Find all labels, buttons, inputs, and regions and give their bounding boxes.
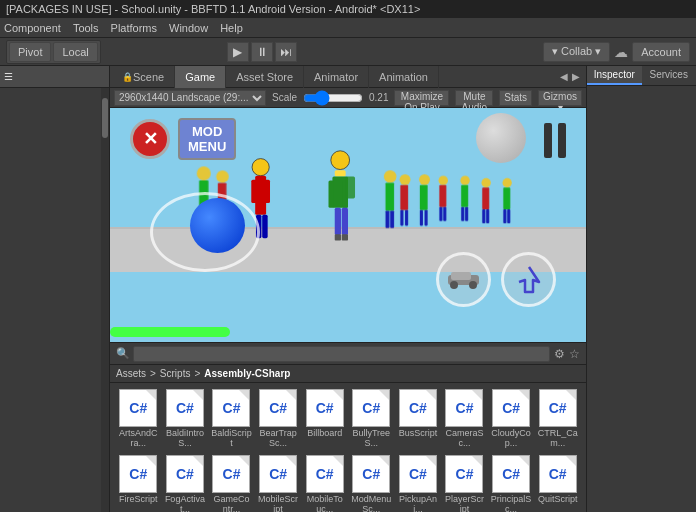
file-item[interactable]: C# CloudyCop...	[489, 387, 534, 451]
svg-rect-39	[443, 207, 446, 221]
tabs-next-icon[interactable]: ▶	[572, 71, 580, 82]
local-button[interactable]: Local	[53, 42, 97, 62]
tab-animation[interactable]: Animation	[369, 66, 439, 88]
search-input[interactable]	[133, 346, 550, 362]
maximize-on-play-btn[interactable]: Maximize On Play	[394, 90, 449, 106]
tabs-prev-icon[interactable]: ◀	[560, 71, 568, 82]
inspector-content	[587, 86, 696, 512]
gizmos-btn[interactable]: Gizmos ▾	[538, 90, 582, 106]
star-icon[interactable]: ☆	[569, 347, 580, 361]
file-item[interactable]: C# QuitScript	[535, 453, 580, 512]
inspector-panel: Inspector Services	[586, 66, 696, 512]
file-item[interactable]: C# BaldiScript	[209, 387, 254, 451]
settings-icon[interactable]: ⚙	[554, 347, 565, 361]
file-icon: C#	[259, 455, 297, 493]
tab-scene[interactable]: 🔒 Scene	[112, 66, 175, 88]
file-icon: C#	[399, 389, 437, 427]
game-ui-buttons	[436, 252, 556, 307]
file-label: BaldiScript	[211, 429, 252, 449]
file-item[interactable]: C# BaldiIntroS...	[163, 387, 208, 451]
search-icon: 🔍	[116, 347, 130, 360]
tab-asset-store[interactable]: Asset Store	[226, 66, 304, 88]
file-icon: C#	[399, 455, 437, 493]
svg-rect-9	[346, 177, 355, 199]
tab-game[interactable]: Game	[175, 66, 226, 88]
csharp-label: C#	[223, 400, 241, 416]
file-icon: C#	[166, 389, 204, 427]
file-icon: C#	[119, 455, 157, 493]
progress-bar	[110, 327, 230, 337]
svg-rect-30	[400, 210, 403, 226]
file-item[interactable]: C# FireScript	[116, 453, 161, 512]
step-button[interactable]: ⏭	[275, 42, 297, 62]
svg-rect-47	[486, 209, 489, 223]
pause-button[interactable]: ⏸	[251, 42, 273, 62]
file-item[interactable]: C# BearTrapSc...	[256, 387, 301, 451]
svg-rect-51	[507, 209, 510, 223]
file-item[interactable]: C# FogActivat...	[163, 453, 208, 512]
right-panel-tabs: Inspector Services	[587, 66, 696, 86]
file-item[interactable]: C# PrincipalSc...	[489, 453, 534, 512]
file-icon: C#	[166, 455, 204, 493]
file-label: CloudyCop...	[491, 429, 532, 449]
svg-point-55	[469, 281, 477, 289]
svg-rect-35	[424, 210, 427, 226]
breadcrumb-sep2: >	[194, 368, 200, 379]
play-button[interactable]: ▶	[227, 42, 249, 62]
file-item[interactable]: C# CTRL_Cam...	[535, 387, 580, 451]
hierarchy-scrollbar[interactable]	[101, 88, 109, 512]
account-button[interactable]: Account	[632, 42, 690, 62]
menu-component[interactable]: Component	[4, 22, 61, 34]
csharp-label: C#	[176, 466, 194, 482]
menu-tools[interactable]: Tools	[73, 22, 99, 34]
pivot-button[interactable]: Pivot	[9, 42, 51, 62]
breadcrumb-sep1: >	[150, 368, 156, 379]
breadcrumb-scripts[interactable]: Scripts	[160, 368, 191, 379]
file-label: BusScript	[399, 429, 438, 439]
svg-point-10	[252, 159, 269, 176]
file-item[interactable]: C# CameraSc...	[442, 387, 487, 451]
file-item[interactable]: C# PickupAni...	[396, 453, 441, 512]
file-item[interactable]: C# ModMenuSc...	[349, 453, 394, 512]
file-item[interactable]: C# PlayerScript	[442, 453, 487, 512]
stats-btn[interactable]: Stats	[499, 90, 532, 106]
file-item[interactable]: C# MobileTouc...	[302, 453, 347, 512]
svg-point-48	[502, 178, 511, 187]
file-item[interactable]: C# Billboard	[302, 387, 347, 451]
tab-animator[interactable]: Animator	[304, 66, 369, 88]
breadcrumb-assets[interactable]: Assets	[116, 368, 146, 379]
svg-rect-13	[265, 180, 270, 203]
collab-button[interactable]: ▾ Collab ▾	[543, 42, 610, 62]
file-item[interactable]: C# BullyTreeS...	[349, 387, 394, 451]
csharp-label: C#	[316, 466, 334, 482]
file-icon: C#	[492, 455, 530, 493]
file-label: FireScript	[119, 495, 158, 505]
csharp-label: C#	[549, 466, 567, 482]
file-icon: C#	[259, 389, 297, 427]
csharp-label: C#	[456, 400, 474, 416]
file-label: BaldiIntroS...	[165, 429, 206, 449]
menu-platforms[interactable]: Platforms	[111, 22, 157, 34]
scale-slider[interactable]	[303, 91, 363, 105]
cloud-icon[interactable]: ☁	[614, 44, 628, 60]
csharp-label: C#	[502, 400, 520, 416]
assets-toolbar-icons: ⚙ ☆	[554, 347, 580, 361]
file-item[interactable]: C# MobileScript	[256, 453, 301, 512]
csharp-label: C#	[129, 400, 147, 416]
tab-services[interactable]: Services	[642, 66, 697, 85]
csharp-label: C#	[409, 466, 427, 482]
file-item[interactable]: C# BusScript	[396, 387, 441, 451]
menu-window[interactable]: Window	[169, 22, 208, 34]
search-bar: 🔍	[116, 346, 550, 362]
vehicle-button[interactable]	[436, 252, 491, 307]
joystick-button[interactable]	[501, 252, 556, 307]
file-label: CameraSc...	[444, 429, 485, 449]
resolution-select[interactable]: 2960x1440 Landscape (29:...	[114, 90, 266, 106]
file-item[interactable]: C# ArtsAndCra...	[116, 387, 161, 451]
svg-rect-38	[439, 207, 442, 221]
file-item[interactable]: C# GameContr...	[209, 453, 254, 512]
menu-help[interactable]: Help	[220, 22, 243, 34]
car-icon	[446, 269, 481, 289]
tab-inspector[interactable]: Inspector	[587, 66, 642, 85]
mute-audio-btn[interactable]: Mute Audio	[455, 90, 493, 106]
